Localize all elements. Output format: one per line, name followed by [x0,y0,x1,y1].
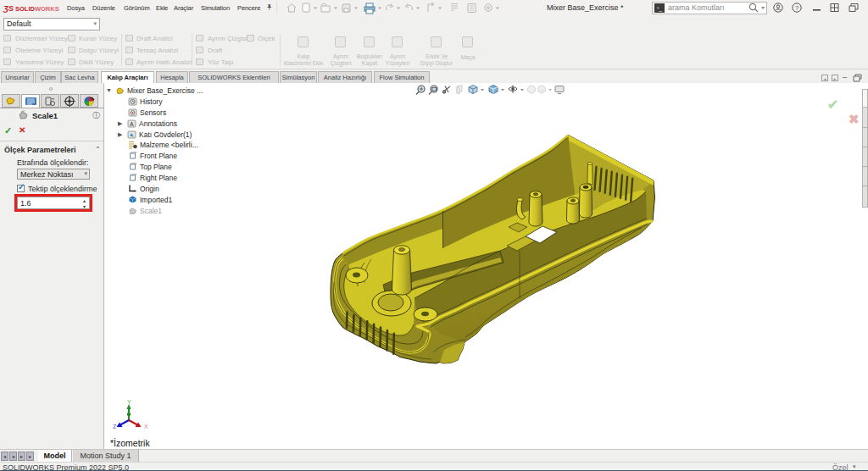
svg-text:Y: Y [127,399,131,405]
svg-text:Z: Z [113,424,117,429]
svg-text:X: X [144,424,148,429]
svg-text:?: ? [795,4,799,12]
